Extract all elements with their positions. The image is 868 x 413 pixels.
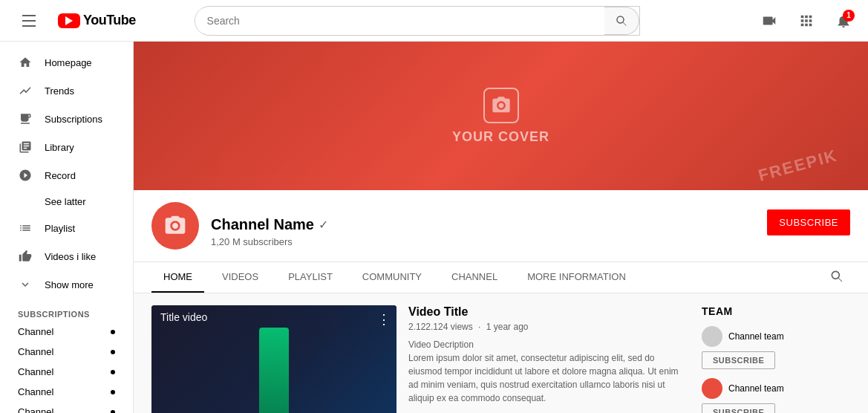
sidebar-record-label: Record [45, 170, 76, 181]
sidebar-playlist-label: Playlist [45, 223, 75, 234]
video-description: Video Decription Lorem ipsum dolor sit a… [408, 338, 690, 405]
video-player: Title video ⋮ [151, 305, 397, 413]
team-member-2: Channel team SUBSCRIBE [702, 378, 850, 413]
search-input[interactable] [195, 9, 604, 33]
tab-channel[interactable]: CHANNEL [440, 262, 509, 293]
team-member-1-name: Channel team [728, 331, 784, 342]
thumb-icon [18, 249, 33, 264]
video-title: Video Title [408, 305, 690, 319]
sidebar-channel-3[interactable]: Channel [0, 362, 133, 382]
banner-label: YOUR COVER [452, 129, 549, 145]
apps-button[interactable] [794, 8, 819, 33]
channel-info-bar: Channel Name ✓ 1,20 M subscribers SUBSCR… [134, 190, 868, 262]
sidebar-show-more-label: Show more [45, 279, 94, 290]
sidebar-videos-like-label: Videos i like [45, 251, 96, 262]
sidebar-channel-label-2: Channel [18, 346, 53, 357]
header-left: YouTube [12, 4, 136, 37]
sidebar-channel-2[interactable]: Channel [0, 342, 133, 362]
video-options-button[interactable]: ⋮ [377, 311, 391, 328]
verified-icon: ✓ [319, 218, 328, 232]
team-title: TEAM [702, 305, 850, 317]
sidebar-item-homepage[interactable]: Homepage [6, 49, 127, 76]
channel-dot-5 [111, 410, 115, 414]
sidebar-item-trends[interactable]: Trends [6, 77, 127, 104]
apps-icon [798, 13, 815, 29]
sidebar-channel-5[interactable]: Channel [0, 402, 133, 413]
channel-subscribers: 1,20 M subscribers [211, 236, 293, 247]
sidebar-subs-label: Subscriptions [45, 114, 102, 125]
tab-home[interactable]: HOME [151, 262, 204, 293]
sidebar-channel-4[interactable]: Channel [0, 382, 133, 402]
sidebar-item-subscriptions[interactable]: Subscriptions [6, 105, 127, 132]
sidebar-item-playlist[interactable]: Playlist [6, 215, 127, 241]
trends-icon [18, 83, 33, 98]
banner-free-label: FREEPIK [756, 146, 839, 185]
sidebar-channel-label-3: Channel [18, 366, 53, 377]
tab-search-icon[interactable] [823, 263, 850, 292]
channel-avatar [151, 202, 199, 250]
sidebar-item-library[interactable]: Library [6, 134, 127, 160]
team-member-2-name: Channel team [728, 383, 784, 394]
sidebar-channel-label-1: Channel [18, 326, 53, 337]
header-right: 1 [757, 8, 856, 33]
search-bar [195, 6, 640, 36]
team-member-1: Channel team SUBSCRIBE [702, 326, 850, 369]
channel-dot-2 [111, 350, 115, 354]
tab-videos[interactable]: VIDEOS [210, 262, 270, 293]
sidebar-channel-1[interactable]: Channel [0, 322, 133, 342]
hamburger-button[interactable] [12, 4, 46, 37]
subscribe-button[interactable]: SUBSCRIBE [767, 209, 850, 235]
channel-details: Channel Name ✓ 1,20 M subscribers [211, 216, 755, 247]
video-info: Video Title 2.122.124 views · 1 year ago… [408, 305, 690, 413]
sidebar-item-videos-i-like[interactable]: Videos i like [6, 243, 127, 270]
search-icon [615, 14, 628, 27]
record-icon [18, 168, 33, 183]
tab-more-information[interactable]: MORE INFORMATION [515, 262, 638, 293]
sidebar: Homepage Trends Subscriptions Library [0, 42, 134, 413]
sidebar-item-see-latter[interactable]: See latter [6, 190, 127, 213]
header: YouTube [0, 0, 868, 42]
app-container: YouTube [0, 0, 868, 413]
library-icon [18, 140, 33, 155]
channel-dot-1 [111, 330, 115, 334]
channel-dot-3 [111, 370, 115, 374]
camera-button[interactable] [757, 8, 782, 33]
home-icon [18, 55, 33, 70]
tab-community[interactable]: COMMUNITY [350, 262, 434, 293]
video-views: 2.122.124 views [408, 322, 473, 332]
sidebar-item-show-more[interactable]: Show more [6, 271, 127, 298]
team-subscribe-1[interactable]: SUBSCRIBE [702, 351, 775, 369]
sidebar-item-record[interactable]: Record [6, 162, 127, 189]
team-member-2-row: Channel team [702, 378, 784, 399]
sidebar-homepage-label: Homepage [45, 57, 92, 68]
video-meta: 2.122.124 views · 1 year ago [408, 322, 690, 332]
team-avatar-1 [702, 326, 722, 347]
chevron-down-icon [18, 277, 33, 292]
main-content: Homepage Trends Subscriptions Library [0, 42, 868, 413]
channel-dot-4 [111, 390, 115, 394]
video-container: Title video ⋮ [151, 305, 397, 413]
video-time-ago: 1 year ago [486, 322, 529, 332]
logo[interactable]: YouTube [58, 13, 136, 28]
team-avatar-2 [702, 378, 722, 399]
sidebar-trends-label: Trends [45, 85, 74, 97]
channel-banner: YOUR COVER FREEPIK [134, 42, 868, 190]
team-subscribe-2[interactable]: SUBSCRIBE [702, 403, 775, 413]
tab-playlist[interactable]: PLAYLIST [276, 262, 345, 293]
notifications-button[interactable]: 1 [831, 8, 856, 33]
video-dot: · [478, 322, 480, 332]
notification-badge: 1 [843, 10, 855, 22]
search-area [195, 6, 640, 36]
camera-icon [761, 13, 777, 29]
banner-camera-icon [483, 88, 519, 123]
team-member-1-row: Channel team [702, 326, 784, 347]
channel-name: Channel Name [211, 216, 314, 233]
sidebar-see-latter-label: See latter [45, 196, 86, 207]
sidebar-library-label: Library [45, 142, 74, 153]
home-content: Title video ⋮ [134, 293, 868, 413]
video-visual [259, 328, 289, 413]
sidebar-channel-label-5: Channel [18, 406, 53, 413]
search-button[interactable] [604, 7, 639, 35]
avatar-camera-icon [163, 214, 187, 238]
camera-svg-icon [491, 95, 512, 116]
